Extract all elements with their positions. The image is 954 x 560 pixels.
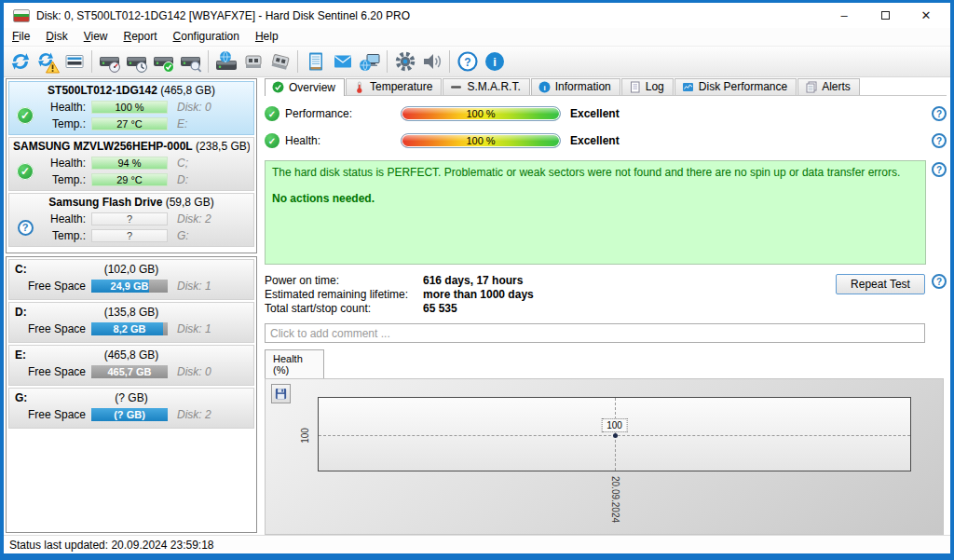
network-computer-icon (358, 49, 382, 74)
tab-alerts[interactable]: Alerts (797, 78, 860, 95)
minimize-button[interactable]: – (824, 4, 865, 28)
info-button[interactable]: i (481, 48, 508, 75)
svg-text:i: i (493, 55, 497, 69)
maximize-button[interactable] (865, 4, 906, 28)
menu-configuration[interactable]: Configuration (167, 28, 249, 46)
disk-search-icon (179, 49, 203, 74)
status-text: The hard disk status is PERFECT. Problem… (272, 166, 919, 179)
stat-value: 65 535 (423, 302, 836, 315)
close-button[interactable]: ✕ (906, 4, 947, 28)
disk-status-button[interactable] (150, 48, 177, 75)
menu-view[interactable]: View (77, 28, 117, 46)
temp-label: Temp.: (37, 117, 91, 130)
partition-list: C:(102,0 GB) Free Space 24,9 GB Disk: 1 … (6, 256, 257, 533)
partition-size: (102,0 GB) (13, 262, 250, 278)
disk-schedule-button[interactable] (123, 48, 150, 75)
menu-help[interactable]: Help (249, 28, 288, 46)
partition-letter: D: (15, 305, 27, 321)
help-icon[interactable]: ? (932, 133, 947, 148)
svg-text:i: i (543, 83, 545, 91)
disk-title: Samsung Flash Drive (59,8 GB) (13, 195, 250, 211)
stats-row: Power on time:616 days, 17 hours Estimat… (265, 274, 947, 315)
refresh-alert-button[interactable] (34, 48, 61, 75)
disk-status-message: The hard disk status is PERFECT. Problem… (265, 160, 926, 265)
drive-letter: G: (168, 229, 250, 242)
free-space-label: Free Space (13, 365, 91, 378)
free-space-label: Free Space (13, 322, 91, 335)
help-icon[interactable]: ? (932, 162, 947, 177)
partition-item-e[interactable]: E:(465,8 GB) Free Space 465,7 GB Disk: 0 (8, 345, 254, 386)
help-icon[interactable]: ? (932, 274, 947, 289)
performance-bar: 100 % (401, 106, 561, 121)
overview-ok-icon (272, 81, 284, 93)
toolbar-separator (208, 50, 209, 73)
tab-smart[interactable]: S.M.A.R.T. (443, 78, 529, 95)
disk-clock-icon (125, 49, 149, 74)
help-icon[interactable]: ? (932, 106, 947, 121)
refresh-button[interactable] (7, 48, 34, 75)
stat-label: Estimated remaining lifetime: (265, 288, 423, 301)
window-controls: – ✕ (824, 4, 947, 28)
disk-stats: Power on time:616 days, 17 hours Estimat… (265, 274, 836, 315)
disk-item-st500[interactable]: ST500LT012-1DG142 (465,8 GB) ✓ Health: 1… (8, 81, 254, 135)
tab-disk-performance[interactable]: Disk Performance (675, 78, 797, 95)
send-mail-button[interactable] (329, 48, 356, 75)
disk-title: SAMSUNG MZVLW256HEHP-000L (238,5 GB) Dis… (13, 139, 250, 155)
menu-file[interactable]: File (6, 28, 39, 46)
toolbar-separator (387, 50, 388, 73)
disk-test-button[interactable] (96, 48, 123, 75)
help-button[interactable]: ? (454, 48, 481, 75)
comment-input[interactable] (265, 323, 925, 343)
title-bar: Disk: 0, ST500LT012-1DG142 [WBYAFX7E] - … (4, 3, 950, 28)
disk-analyse-button[interactable] (177, 48, 204, 75)
partition-item-d[interactable]: D:(135,8 GB) Free Space 8,2 GB Disk: 1 (8, 302, 254, 343)
disk-unknown-icon: ? (18, 220, 34, 236)
free-space-label: Free Space (13, 408, 91, 421)
tab-information[interactable]: iInformation (531, 78, 620, 95)
network-disk-button[interactable] (212, 48, 239, 75)
menu-report[interactable]: Report (117, 28, 167, 46)
svg-text:?: ? (464, 56, 470, 69)
health-rating: Excellent (570, 134, 620, 147)
partition-item-c[interactable]: C:(102,0 GB) Free Space 24,9 GB Disk: 1 (8, 259, 254, 300)
save-chart-button[interactable] (271, 384, 291, 403)
temp-bar: ? (91, 229, 168, 242)
alerts-pages-icon (805, 81, 817, 93)
temp-label: Temp.: (37, 229, 91, 242)
smart-icon (450, 81, 462, 93)
report-button[interactable] (302, 48, 329, 75)
disk-panel-button[interactable] (61, 48, 88, 75)
repeat-test-button[interactable]: Repeat Test (836, 274, 925, 294)
save-floppy-icon (274, 387, 288, 401)
info-icon: i (483, 49, 507, 74)
disk-item-samsung-nvme[interactable]: SAMSUNG MZVLW256HEHP-000L (238,5 GB) Dis… (8, 137, 254, 191)
eject-disk-button[interactable] (266, 48, 293, 75)
tab-bar: Overview Temperature S.M.A.R.T. iInforma… (265, 78, 947, 96)
tab-overview[interactable]: Overview (265, 78, 345, 96)
disk-gauge-icon (98, 49, 122, 74)
disk-number: Disk: 2 (168, 408, 250, 421)
tab-temperature[interactable]: Temperature (346, 78, 442, 95)
performance-rating: Excellent (570, 107, 620, 120)
info-icon: i (538, 81, 551, 93)
disconnect-disk-button[interactable] (239, 48, 266, 75)
drive-letter: D: (168, 173, 250, 186)
free-space-bar: 24,9 GB (91, 280, 168, 293)
disk-item-samsung-flash[interactable]: Samsung Flash Drive (59,8 GB) ? Health: … (8, 193, 254, 247)
partition-item-g[interactable]: G:(? GB) Free Space (? GB) Disk: 2 (8, 388, 254, 429)
toolbar-separator (91, 50, 92, 73)
health-ok-icon: ✓ (265, 133, 279, 148)
chart-tab-health[interactable]: Health (%) (265, 349, 324, 378)
drive-letter: E: (168, 117, 250, 130)
partition-size: (135,8 GB) (13, 305, 250, 321)
tab-log[interactable]: Log (621, 78, 674, 95)
menu-disk[interactable]: Disk (39, 28, 76, 46)
refresh-alert-icon (35, 49, 60, 74)
health-label: Health: (285, 134, 401, 147)
remote-monitoring-button[interactable] (356, 48, 383, 75)
window-title: Disk: 0, ST500LT012-1DG142 [WBYAFX7E] - … (36, 9, 410, 22)
sounds-button[interactable] (418, 48, 445, 75)
disk-number: Disk: 1 (168, 280, 250, 293)
settings-button[interactable] (391, 48, 418, 75)
disk-globe-icon (214, 49, 238, 74)
